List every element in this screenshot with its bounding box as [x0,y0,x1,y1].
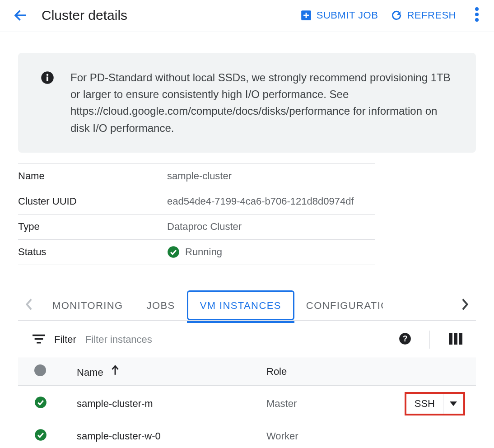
row-role: Master [266,385,395,422]
svg-point-20 [35,397,47,408]
col-header-status[interactable] [18,358,77,385]
back-arrow-icon[interactable] [13,7,29,23]
check-circle-icon [167,246,180,258]
svg-point-5 [475,13,479,16]
table-row: sample-cluster-mMasterSSH [18,385,476,422]
submit-job-label: SUBMIT JOB [317,9,378,21]
tab-monitoring[interactable]: MONITORING [41,292,135,319]
caret-down-icon [450,401,457,406]
col-header-name-label: Name [77,367,103,378]
svg-point-10 [168,246,179,258]
detail-key: Name [18,170,167,182]
tab-jobs[interactable]: JOBS [135,292,187,319]
refresh-label: REFRESH [407,9,456,21]
tab-configuration[interactable]: CONFIGURATION [294,292,383,319]
divider [429,331,430,349]
plus-box-icon [300,9,312,21]
svg-point-6 [475,18,479,22]
more-vert-icon [475,7,479,22]
ssh-dropdown-toggle[interactable] [443,394,463,414]
row-name[interactable]: sample-cluster-m [77,385,266,422]
tabs: MONITORING JOBS VM INSTANCES CONFIGURATI… [18,290,476,321]
col-header-role-label: Role [266,366,287,377]
svg-text:?: ? [403,334,408,343]
check-circle-icon [34,429,47,441]
svg-rect-17 [454,333,457,345]
svg-point-8 [47,74,49,76]
detail-row-type: Type Dataproc Cluster [18,215,375,240]
detail-value: Running [167,246,222,258]
columns-icon [449,333,462,345]
col-header-actions [395,358,476,385]
svg-rect-12 [35,338,43,340]
columns-button[interactable] [439,333,472,346]
check-circle-icon [34,396,47,409]
ssh-button[interactable]: SSH [405,392,465,415]
ssh-button-label: SSH [406,394,443,414]
detail-key: Status [18,246,167,258]
chevron-right-icon [461,298,469,311]
row-actions: SSH [395,385,476,422]
info-banner: For PD-Standard without local SSDs, we s… [18,53,476,153]
refresh-icon [391,9,402,21]
status-text: Running [185,246,222,258]
svg-rect-16 [449,333,452,345]
detail-value: Dataproc Cluster [167,221,242,233]
info-banner-text: For PD-Standard without local SSDs, we s… [70,69,457,136]
row-name[interactable]: sample-cluster-w-0 [77,422,266,448]
tab-vm-instances[interactable]: VM INSTANCES [187,290,294,320]
more-menu-button[interactable] [469,7,485,23]
detail-value: ead54de4-7199-4ca6-b706-121d8d0974df [167,196,354,207]
filter-input[interactable]: Filter instances [85,334,390,345]
filter-label: Filter [54,334,76,345]
col-header-role[interactable]: Role [266,358,395,385]
page-header: Cluster details SUBMIT JOB REFRESH [0,0,494,32]
row-actions [395,422,476,448]
detail-key: Type [18,221,167,233]
svg-rect-9 [47,77,48,81]
tabs-fade [440,290,452,320]
help-icon: ? [399,332,411,345]
refresh-button[interactable]: REFRESH [391,9,456,21]
detail-row-name: Name sample-cluster [18,164,375,189]
chevron-left-icon [25,298,33,311]
filter-icon [33,333,45,346]
svg-point-22 [35,429,47,441]
filter-bar: Filter Filter instances ? [18,321,476,358]
tab-scroll-left[interactable] [18,298,41,313]
submit-job-button[interactable]: SUBMIT JOB [300,9,378,21]
table-row: sample-cluster-w-0Worker [18,422,476,448]
info-icon [41,69,54,136]
detail-value: sample-cluster [167,170,232,182]
detail-row-uuid: Cluster UUID ead54de4-7199-4ca6-b706-121… [18,189,375,215]
detail-key: Cluster UUID [18,196,167,207]
vm-instances-table: Name Role sample-cluster-mMasterSSHsampl… [18,358,476,448]
sort-asc-icon [111,367,120,378]
row-status [18,385,77,422]
status-dot-icon [34,364,46,376]
help-button[interactable]: ? [399,332,420,347]
detail-row-status: Status Running [18,240,375,265]
svg-rect-13 [37,342,41,344]
svg-marker-21 [450,401,457,406]
col-header-name[interactable]: Name [77,358,266,385]
svg-rect-18 [459,333,462,345]
svg-rect-11 [33,334,45,336]
svg-point-4 [475,7,479,11]
tab-scroll-right[interactable] [453,298,476,313]
cluster-details-table: Name sample-cluster Cluster UUID ead54de… [18,163,375,265]
row-status [18,422,77,448]
row-role: Worker [266,422,395,448]
page-title: Cluster details [42,8,127,23]
table-header-row: Name Role [18,358,476,385]
